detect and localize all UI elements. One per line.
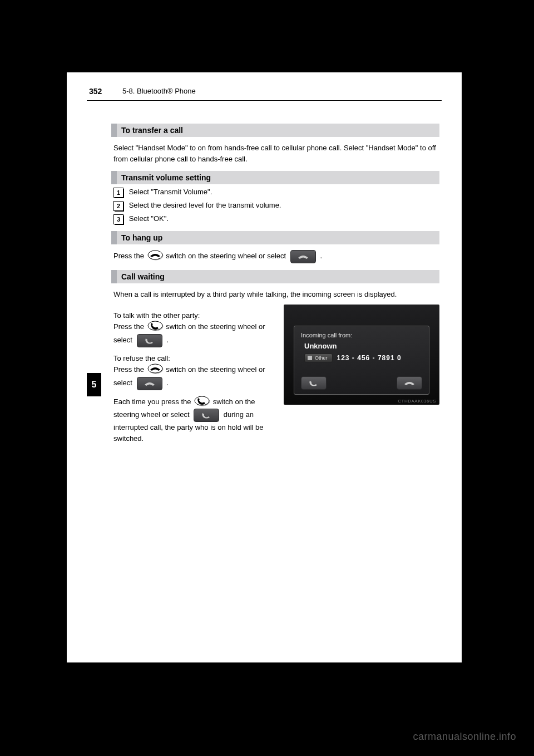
caller-row: Other 123 - 456 - 7891 0 — [304, 354, 422, 362]
dialog-button-row — [301, 376, 422, 390]
hangup-phone-icon — [147, 364, 163, 377]
step-text: Select "OK". — [129, 214, 169, 223]
transmit-step-1: 1 Select "Transmit Volume". — [113, 188, 437, 198]
step-icon-1: 1 — [113, 188, 123, 198]
incoming-call-dialog: Incoming call from: Unknown Other 123 - … — [294, 326, 429, 395]
step-icon-3: 3 — [113, 214, 123, 224]
transmit-step-3: 3 Select "OK". — [113, 214, 437, 224]
waiting-answer: To talk with the other party: Press the … — [113, 310, 270, 347]
caller-category-tag: Other — [304, 354, 333, 362]
answer-phone-icon — [308, 380, 320, 386]
hangup-text-2: switch on the steering wheel or select — [166, 252, 288, 260]
waiting-refuse: To refuse the call: Press the switch on … — [113, 353, 270, 390]
waiting-columns: To talk with the other party: Press the … — [111, 305, 439, 444]
waiting-text-column: To talk with the other party: Press the … — [111, 305, 273, 444]
watermark: carmanualsonline.info — [413, 731, 516, 743]
soft-hangup-button — [137, 377, 162, 390]
breadcrumb: 5-8. Bluetooth® Phone — [122, 87, 196, 95]
answer-phone-icon — [194, 396, 210, 409]
transfer-body: Select "Handset Mode" to on from hands-f… — [113, 143, 437, 164]
page-number: 352 — [89, 87, 102, 96]
waiting-image-column: Incoming call from: Unknown Other 123 - … — [284, 305, 439, 444]
step-text: Select "Transmit Volume". — [129, 188, 212, 196]
period: . — [166, 379, 169, 387]
hangup-phone-icon — [147, 250, 163, 263]
caller-number: 123 - 456 - 7891 0 — [337, 354, 402, 362]
answer-phone-icon — [147, 321, 163, 334]
section-title-transfer: To transfer a call — [111, 124, 439, 137]
hangup-text-1: Press the — [113, 252, 146, 260]
chapter-tab: 5 — [87, 373, 101, 396]
wret-text-1: Each time you press the — [113, 397, 193, 406]
hangup-phone-icon — [403, 380, 416, 386]
dialog-hangup-button[interactable] — [397, 376, 422, 390]
transmit-step-2: 2 Select the desired level for the trans… — [113, 201, 437, 211]
page-body: To transfer a call Select "Handset Mode"… — [111, 117, 439, 444]
hangup-body: Press the switch on the steering wheel o… — [113, 250, 437, 263]
step-icon-2: 2 — [113, 201, 123, 211]
section-title-transmit: Transmit volume setting — [111, 171, 439, 184]
header-rule — [87, 100, 442, 101]
soft-hangup-button — [290, 250, 316, 263]
waiting-return: Each time you press the switch on the st… — [113, 396, 270, 444]
soft-answer-button — [137, 334, 162, 347]
dialog-title: Incoming call from: — [301, 332, 422, 338]
step-text: Select the desired level for the transmi… — [129, 201, 281, 209]
incoming-call-screenshot: Incoming call from: Unknown Other 123 - … — [284, 305, 439, 405]
period: . — [166, 336, 169, 344]
section-title-waiting: Call waiting — [111, 270, 439, 283]
manual-page: 352 5-8. Bluetooth® Phone 5 To transfer … — [67, 72, 462, 662]
section-title-hangup: To hang up — [111, 231, 439, 244]
period: . — [320, 252, 322, 260]
waiting-intro: When a call is interrupted by a third pa… — [113, 289, 437, 300]
image-code: CTHDAAK036US — [398, 399, 436, 404]
dialog-answer-button[interactable] — [301, 376, 327, 390]
caller-name: Unknown — [304, 342, 422, 350]
soft-answer-button — [194, 409, 219, 422]
